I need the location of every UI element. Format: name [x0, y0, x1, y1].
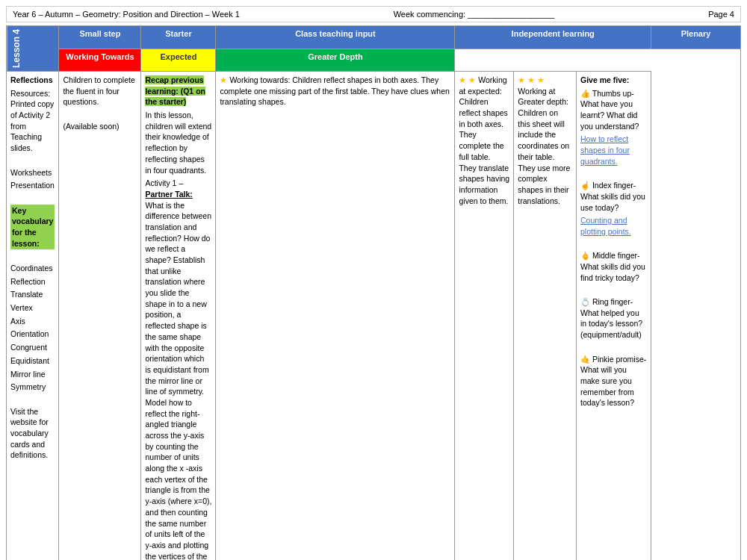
plenary-cell: Give me five: 👍 Thumbs up- What have you…: [577, 72, 651, 560]
give-five: Give me five:: [580, 75, 629, 84]
lesson-label: Lesson 4: [7, 26, 59, 72]
col-header-class-teaching: Class teaching input: [216, 26, 455, 49]
gd-text: Working at Greater depth: Children on th…: [518, 87, 570, 205]
ring-text: 💍 Ring finger- What helped you in today'…: [580, 296, 647, 340]
gd-star: ★ ★ ★: [518, 75, 545, 84]
small-step-cell: Reflections Resources: Printed copy of A…: [7, 72, 59, 560]
wt-text: Working towards: Children reflect shapes…: [220, 75, 449, 106]
working-towards-cell: ★ Working towards: Children reflect shap…: [216, 72, 455, 560]
col-header-plenary: Plenary: [651, 26, 741, 49]
vocab-congruent: Congruent: [10, 342, 55, 353]
resources-label: Resources:: [10, 89, 50, 98]
counting-link[interactable]: Counting and plotting points.: [580, 216, 631, 236]
exp-text: Working at expected: Children reflect sh…: [459, 75, 509, 205]
greater-depth-cell: ★ ★ ★ Working at Greater depth: Children…: [514, 72, 577, 560]
vocab-axis: Axis: [10, 316, 55, 327]
starter-text: Children to complete the fluent in four …: [63, 75, 137, 108]
sub-header-expected: Expected: [141, 49, 216, 72]
index-text: ☝ Index finger- What skills did you use …: [580, 180, 647, 213]
content-row: Reflections Resources: Printed copy of A…: [7, 72, 741, 560]
col-header-starter: Starter: [141, 26, 216, 49]
activity1-label: Activity 1 –: [145, 178, 183, 187]
key-vocab-label: Key vocabulary for the lesson:: [10, 205, 55, 250]
resources-text: Printed copy of Activity 2 from Teaching…: [10, 99, 54, 152]
col-header-small-step: Small step: [59, 26, 141, 49]
sub-header-greater-depth: Greater Depth: [216, 49, 455, 72]
middle-text: 🖕 Middle finger- What skills did you fin…: [580, 250, 647, 283]
vocab-translate: Translate: [10, 289, 55, 300]
worksheets: Worksheets: [10, 167, 55, 178]
col-header-independent: Independent learning: [455, 26, 651, 49]
vocab-footer: Visit the website for vocabulary cards a…: [10, 406, 55, 461]
vocab-list: Coordinates Reflection Translate Vertex …: [10, 263, 55, 393]
recap-label: Recap previous learning: (Q1 on the star…: [145, 75, 205, 106]
vocab-equidistant: Equidistant: [10, 355, 55, 367]
header-week: Week commencing: ___________________: [394, 10, 555, 19]
vocab-reflection: Reflection: [10, 276, 55, 287]
sub-header-working-towards: Working Towards: [59, 49, 141, 72]
vocab-orientation: Orientation: [10, 329, 55, 340]
small-step-title: Reflections: [10, 75, 53, 84]
vocab-coordinates: Coordinates: [10, 263, 55, 274]
header-bar: Year 6 – Autumn – Geometry: Position and…: [6, 6, 741, 22]
starter-cell: Children to complete the fluent in four …: [59, 72, 141, 560]
main-table: Lesson 4 Small step Starter Class teachi…: [6, 25, 741, 560]
vocab-vertex: Vertex: [10, 302, 55, 314]
vocab-symmetry: Symmetry: [10, 382, 55, 393]
starter-available: (Available soon): [63, 121, 137, 132]
reflect-link[interactable]: How to reflect shapes in four quadrants.: [580, 134, 630, 165]
page-wrapper: Year 6 – Autumn – Geometry: Position and…: [0, 0, 747, 560]
expected-cell: ★ ★ Working at expected: Children reflec…: [455, 72, 514, 560]
intro-text: In this lesson, children will extend the…: [145, 110, 211, 175]
wt-star: ★: [220, 75, 227, 84]
vocab-mirror-line: Mirror line: [10, 369, 55, 380]
class-teaching-cell: Recap previous learning: (Q1 on the star…: [141, 72, 216, 560]
header-page: Page 4: [708, 10, 734, 19]
activity1-text: What is the difference between translati…: [145, 201, 211, 560]
header-title: Year 6 – Autumn – Geometry: Position and…: [13, 10, 240, 19]
exp-star: ★ ★: [459, 75, 476, 84]
thumbs-text: 👍 Thumbs up- What have you learnt? What …: [580, 88, 647, 132]
partner-talk-label: Partner Talk:: [145, 190, 192, 199]
presentation: Presentation: [10, 180, 55, 191]
pinkie-text: 🤙 Pinkie promise- What will you make sur…: [580, 354, 647, 408]
